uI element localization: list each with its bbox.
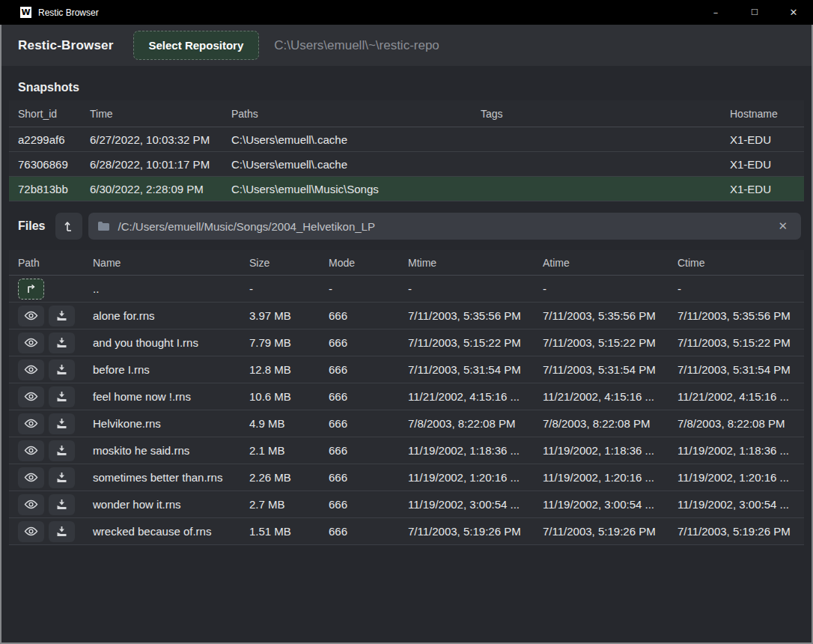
eye-icon (24, 526, 38, 536)
file-name: moskito he said.rns (84, 444, 240, 457)
download-icon (56, 337, 67, 348)
file-name: before I.rns (84, 363, 240, 376)
view-file-button[interactable] (18, 413, 44, 434)
file-mtime: - (399, 282, 534, 295)
snapshot-row[interactable]: a2299af6 6/27/2022, 10:03:32 PM C:\Users… (9, 127, 804, 152)
maximize-button[interactable]: ☐ (735, 0, 774, 25)
file-ctime: 7/11/2003, 5:19:26 PM (669, 525, 804, 538)
column-header-ctime: Ctime (669, 257, 804, 269)
clear-path-button[interactable]: ✕ (773, 216, 792, 236)
file-mode: - (320, 282, 399, 295)
file-atime: 7/11/2003, 5:35:56 PM (534, 309, 669, 322)
column-header-size: Size (240, 257, 320, 269)
go-to-root-button[interactable] (55, 213, 82, 240)
file-row: and you thought I.rns 7.79 MB 666 7/11/2… (9, 329, 804, 356)
app-title: Restic-Browser (18, 38, 114, 53)
file-atime: - (534, 282, 669, 295)
eye-icon (24, 446, 38, 455)
column-header-paths: Paths (222, 108, 472, 120)
breadcrumb-path-text: /C:/Users/emuell/Music/Songs/2004_Helvet… (118, 220, 773, 233)
snapshots-section-title: Snapshots (1, 66, 812, 100)
download-icon (56, 418, 67, 429)
download-file-button[interactable] (49, 467, 75, 488)
file-size: 10.6 MB (240, 390, 320, 403)
file-mtime: 11/19/2002, 3:00:54 ... (399, 498, 534, 511)
file-atime: 7/11/2003, 5:15:22 PM (534, 336, 669, 349)
file-size: 4.9 MB (240, 417, 320, 430)
close-button[interactable]: ✕ (774, 0, 813, 25)
view-file-button[interactable] (18, 306, 44, 326)
eye-icon (24, 338, 38, 347)
column-header-time: Time (81, 108, 222, 120)
file-mode: 666 (320, 444, 399, 457)
view-file-button[interactable] (18, 494, 44, 515)
file-mtime: 11/19/2002, 1:20:16 ... (399, 471, 534, 484)
file-atime: 11/19/2002, 1:20:16 ... (534, 471, 669, 484)
download-icon (56, 391, 67, 402)
file-ctime: 7/11/2003, 5:15:22 PM (669, 336, 804, 349)
snapshot-hostname: X1-EDU (721, 183, 804, 195)
file-name: wonder how it.rns (84, 498, 240, 511)
view-file-button[interactable] (18, 386, 44, 407)
go-to-parent-button[interactable] (18, 279, 44, 300)
column-header-short-id: Short_id (9, 108, 81, 120)
download-icon (56, 526, 67, 537)
view-file-button[interactable] (18, 359, 44, 380)
download-icon (56, 472, 67, 483)
file-name: alone for.rns (84, 309, 240, 322)
view-file-button[interactable] (18, 467, 44, 488)
view-file-button[interactable] (18, 440, 44, 461)
download-file-button[interactable] (49, 521, 75, 542)
file-ctime: 7/11/2003, 5:31:54 PM (669, 363, 804, 376)
app-window: W Restic Browser – ☐ ✕ Restic-Browser Se… (0, 0, 813, 644)
download-file-button[interactable] (49, 332, 75, 353)
file-mtime: 7/11/2003, 5:19:26 PM (399, 525, 534, 538)
select-repository-button[interactable]: Select Repository (133, 31, 260, 60)
file-mode: 666 (320, 336, 399, 349)
file-name: sometimes better than.rns (84, 471, 240, 484)
eye-icon (24, 365, 38, 374)
path-breadcrumb[interactable]: /C:/Users/emuell/Music/Songs/2004_Helvet… (88, 213, 801, 240)
file-atime: 7/8/2003, 8:22:08 PM (534, 417, 669, 430)
eye-icon (24, 392, 38, 401)
file-ctime: - (669, 282, 804, 295)
file-name: Helvikone.rns (84, 417, 240, 430)
file-mtime: 7/11/2003, 5:15:22 PM (399, 336, 534, 349)
column-header-mode: Mode (320, 257, 399, 269)
download-file-button[interactable] (49, 306, 75, 326)
file-name: wrecked because of.rns (84, 525, 240, 538)
view-file-button[interactable] (18, 521, 44, 542)
file-atime: 7/11/2003, 5:31:54 PM (534, 363, 669, 376)
files-section-title: Files (18, 219, 45, 233)
snapshot-row[interactable]: 76306869 6/28/2022, 10:01:17 PM C:\Users… (9, 152, 804, 177)
download-file-button[interactable] (49, 440, 75, 461)
file-size: 7.79 MB (240, 336, 320, 349)
snapshot-time: 6/27/2022, 10:03:32 PM (81, 133, 222, 146)
snapshot-time: 6/30/2022, 2:28:09 PM (81, 183, 222, 195)
view-file-button[interactable] (18, 332, 44, 353)
download-file-button[interactable] (49, 359, 75, 380)
snapshot-row-selected[interactable]: 72b813bb 6/30/2022, 2:28:09 PM C:\Users\… (9, 177, 804, 201)
file-mode: 666 (320, 363, 399, 376)
minimize-button[interactable]: – (696, 0, 735, 25)
window-title: Restic Browser (38, 7, 99, 18)
file-name: and you thought I.rns (84, 336, 240, 349)
file-name: feel home now !.rns (84, 390, 240, 403)
download-file-button[interactable] (49, 413, 75, 434)
snapshot-hostname: X1-EDU (721, 158, 804, 171)
file-mtime: 7/11/2003, 5:31:54 PM (399, 363, 534, 376)
files-table: Path Name Size Mode Mtime Atime Ctime (9, 250, 804, 545)
download-file-button[interactable] (49, 494, 75, 515)
file-mtime: 7/11/2003, 5:35:56 PM (399, 309, 534, 322)
column-header-tags: Tags (472, 108, 721, 120)
file-ctime: 11/21/2002, 4:15:16 ... (669, 390, 804, 403)
folder-icon (97, 221, 110, 231)
app-header: Restic-Browser Select Repository C:\User… (1, 25, 812, 66)
file-row: sometimes better than.rns 2.26 MB 666 11… (9, 464, 804, 491)
file-mode: 666 (320, 471, 399, 484)
file-atime: 11/19/2002, 1:18:36 ... (534, 444, 669, 457)
snapshots-table: Short_id Time Paths Tags Hostname a2299a… (9, 100, 804, 201)
file-mtime: 11/21/2002, 4:15:16 ... (399, 390, 534, 403)
titlebar: W Restic Browser – ☐ ✕ (0, 0, 813, 25)
download-file-button[interactable] (49, 386, 75, 407)
